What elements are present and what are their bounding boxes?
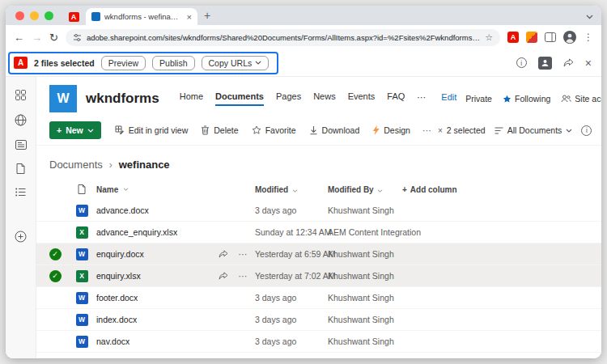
bookmark-icon[interactable]: ☆ [485,32,493,43]
site-title[interactable]: wkndforms [86,91,159,107]
row-actions: ⋯ [219,249,248,259]
site-access-button[interactable]: Site access [561,94,601,104]
nav-item-documents[interactable]: Documents [215,91,264,106]
publish-button[interactable]: Publish [152,56,194,70]
site-info-icon[interactable] [73,33,82,42]
copy-urls-button[interactable]: Copy URLs [202,56,270,70]
file-type-cell: W [67,248,96,260]
close-icon[interactable]: × [585,57,592,70]
nav-edit-link[interactable]: Edit [441,92,456,105]
row-select-checkbox[interactable]: ✓ [43,270,67,282]
row-modified-by: AEM Content Integration [328,227,402,237]
header-modified-by[interactable]: Modified By [328,185,402,194]
new-button[interactable]: + New [49,121,101,139]
row-overflow-icon[interactable]: ⋯ [239,249,248,259]
table-row[interactable]: ✓ W footer.docx ⋯ 3 days ago Khushwant S… [36,287,601,309]
create-icon[interactable] [15,231,27,243]
view-selector-button[interactable]: All Documents [495,125,573,135]
tab-search-chevron-icon[interactable] [586,15,593,19]
file-name[interactable]: enquiry.xlsx [96,271,141,281]
back-icon[interactable]: ← [14,32,24,43]
design-button[interactable]: Design [367,122,416,138]
edit-grid-view-button[interactable]: Edit in grid view [109,122,194,138]
list-icon[interactable] [15,188,26,197]
add-column-button[interactable]: + Add column [402,185,601,194]
file-name[interactable]: nav.docx [96,336,129,346]
site-navigation: Home Documents Pages News Events FAQ ⋯ E… [180,91,457,106]
breadcrumb: Documents › wefinance [36,146,601,179]
file-type-cell: X [67,226,96,239]
delete-button[interactable]: Delete [195,122,244,138]
header-modified[interactable]: Modified [255,185,328,194]
window-zoom-button[interactable] [45,11,53,20]
nav-item-events[interactable]: Events [348,91,376,106]
reload-icon[interactable]: ↻ [49,32,58,43]
side-panel-icon[interactable] [545,32,556,42]
tab-close-icon[interactable]: × [187,12,192,22]
file-type-icon: X [76,226,88,239]
command-bar: + New Edit in grid view Delete Favorite [36,117,601,146]
breadcrumb-root[interactable]: Documents [49,159,103,171]
nav-item-pages[interactable]: Pages [276,91,301,106]
info-icon[interactable]: i [516,57,527,68]
window-close-button[interactable] [15,11,24,20]
row-overflow-icon[interactable]: ⋯ [239,271,248,281]
document-list: Name Modified Modified By + Add column [36,179,601,353]
browser-menu-icon[interactable]: ⋮ [584,32,593,43]
clear-selection-button[interactable]: × 2 selected [438,125,486,135]
document-icon[interactable] [16,163,25,174]
download-button[interactable]: Download [304,122,366,138]
news-icon[interactable] [15,140,27,150]
table-row[interactable]: ✓ W advance.docx ⋯ 3 days ago Khushwant … [36,200,601,222]
file-name[interactable]: advance_enquiry.xlsx [96,227,177,237]
file-name[interactable]: footer.docx [96,293,138,303]
address-bar[interactable]: adobe.sharepoint.com/sites/wkndforms/Sha… [66,29,500,46]
header-file-type-icon[interactable] [67,184,96,194]
chevron-down-icon [566,129,572,133]
table-row[interactable]: ✓ X enquiry.xlsx ⋯ Yesterday at 7:02 AM … [36,265,601,287]
pinned-tab-adobe[interactable]: A [62,9,86,25]
profile-avatar[interactable] [563,31,576,44]
apps-icon[interactable] [15,90,26,100]
window-minimize-button[interactable] [30,11,39,20]
url-text: adobe.sharepoint.com/sites/wkndforms/Sha… [87,33,480,42]
command-overflow-icon[interactable]: ⋯ [418,122,436,139]
nav-item-home[interactable]: Home [180,91,203,106]
details-info-icon[interactable]: i [581,125,592,136]
row-modified: 3 days ago [255,293,328,303]
trash-icon [201,125,210,135]
file-name[interactable]: enquiry.docx [96,249,144,259]
table-row[interactable]: ✓ W nav.docx ⋯ 3 days ago Khushwant Sing… [36,331,601,353]
favorite-button[interactable]: Favorite [246,122,302,138]
preview-button[interactable]: Preview [101,56,146,70]
share-icon[interactable] [219,272,228,280]
table-row[interactable]: ✓ W index.docx ⋯ 3 days ago Khushwant Si… [36,309,601,331]
nav-item-news[interactable]: News [313,91,336,106]
site-logo[interactable]: W [49,85,77,112]
table-row[interactable]: ✓ X advance_enquiry.xlsx ⋯ Sunday at 12:… [36,222,601,243]
adobe-bar-actions: i × [516,57,592,70]
nav-overflow-icon[interactable]: ⋯ [417,92,426,106]
share-icon[interactable] [219,250,228,258]
file-name[interactable]: advance.docx [96,205,149,215]
active-tab[interactable]: wkndforms - wefinance - All × [86,8,197,25]
adobe-extension-icon[interactable]: A [507,32,519,43]
nav-item-faq[interactable]: FAQ [387,91,405,106]
following-button[interactable]: Following [503,94,550,104]
row-modified: Sunday at 12:34 AM [255,227,328,237]
forward-icon[interactable]: → [32,32,42,43]
row-select-checkbox[interactable]: ✓ [43,248,67,260]
globe-icon[interactable] [15,114,27,126]
name-cell: advance_enquiry.xlsx ⋯ [96,227,255,237]
new-tab-button[interactable]: + [204,9,210,22]
header-name[interactable]: Name [96,185,255,194]
table-row[interactable]: ✓ W enquiry.docx ⋯ Yesterday at 6:59 AM … [36,243,601,265]
share-icon[interactable] [563,58,574,67]
view-list-icon [495,127,503,134]
sharepoint-favicon-icon [91,12,100,21]
file-name[interactable]: index.docx [96,315,137,324]
extension-icon[interactable] [526,32,537,43]
expand-icon[interactable]: ↗ [601,125,601,136]
account-avatar-icon[interactable] [538,57,552,70]
file-type-cell: W [67,205,96,217]
